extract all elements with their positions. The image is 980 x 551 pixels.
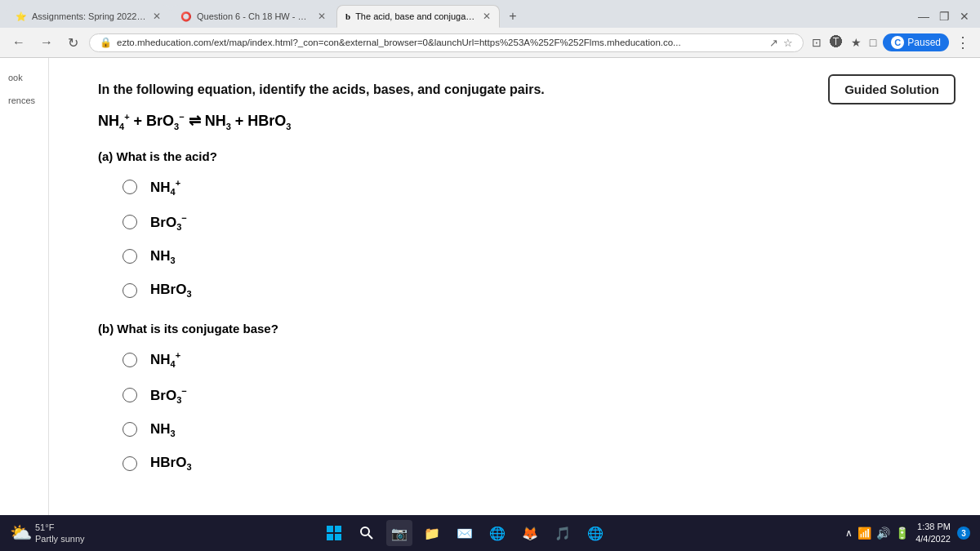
- tab-bar: ⭐ Assignments: Spring 2022 Seme… ✕ ⭕ Que…: [0, 0, 980, 28]
- part-b-option-1[interactable]: NH4+: [122, 350, 931, 369]
- firefox-taskbar-button[interactable]: 🦊: [517, 520, 543, 546]
- part-b-radio-4[interactable]: [122, 456, 137, 471]
- tab-icon-assignments: ⭐: [16, 11, 27, 22]
- part-b-radio-2[interactable]: [122, 388, 137, 402]
- part-a-text-3: NH3: [150, 248, 176, 265]
- part-a-option-4[interactable]: HBrO3: [122, 282, 931, 299]
- window-minimize[interactable]: —: [914, 8, 933, 24]
- menu-button[interactable]: ⋮: [954, 32, 972, 53]
- spotify-taskbar-button[interactable]: 🎵: [550, 520, 576, 546]
- tab-icon-question6: ⭕: [180, 11, 192, 22]
- refresh-button[interactable]: ↻: [64, 33, 82, 52]
- part-b-options: NH4+ BrO3− NH3 HBrO3: [122, 350, 931, 472]
- back-button[interactable]: ←: [8, 33, 29, 51]
- part-b-label: (b) What is its conjugate base?: [98, 322, 931, 335]
- chrome-taskbar-button[interactable]: 🌐: [582, 520, 608, 546]
- sidebar-label-book: ook: [8, 73, 23, 82]
- address-text: ezto.mheducation.com/ext/map/index.html?…: [117, 38, 764, 47]
- tab-label-assignments: Assignments: Spring 2022 Seme…: [32, 11, 146, 21]
- extensions-icon[interactable]: ⊡: [810, 34, 823, 51]
- part-b-text-1: NH4+: [150, 350, 180, 369]
- weather-desc: Partly sunny: [35, 533, 85, 544]
- tab-close-question6[interactable]: ✕: [318, 11, 326, 22]
- time-date[interactable]: 1:38 PM 4/4/2022: [915, 521, 951, 546]
- taskbar: ⛅ 51°F Partly sunny 📷 📁: [0, 515, 980, 551]
- new-tab-button[interactable]: +: [501, 5, 524, 28]
- search-taskbar-button[interactable]: [354, 520, 380, 546]
- address-bar[interactable]: 🔒 ezto.mheducation.com/ext/map/index.htm…: [89, 33, 804, 52]
- main-layout: ook rences Guided Solution In the follow…: [0, 58, 980, 515]
- weather-info: 51°F Partly sunny: [35, 522, 85, 545]
- part-a-text-1: NH4+: [150, 178, 180, 197]
- guided-solution-button[interactable]: Guided Solution: [828, 74, 956, 104]
- part-b-option-4[interactable]: HBrO3: [122, 455, 931, 472]
- edge-taskbar-button[interactable]: 🌐: [484, 520, 510, 546]
- tab-close-acid-base[interactable]: ✕: [483, 11, 491, 22]
- profile-icon[interactable]: 🅣: [828, 33, 844, 51]
- paused-c-icon: C: [891, 36, 904, 49]
- part-a-option-1[interactable]: NH4+: [122, 178, 931, 197]
- svg-rect-0: [327, 526, 333, 532]
- sys-tray: ∧ 📶 🔊 🔋: [845, 527, 909, 540]
- favorites-icon[interactable]: ★: [849, 34, 863, 51]
- mail-taskbar-button[interactable]: ✉️: [452, 520, 478, 546]
- sidebar: ook rences: [0, 58, 49, 515]
- volume-icon[interactable]: 🔊: [876, 527, 890, 540]
- part-a-radio-3[interactable]: [122, 249, 137, 264]
- nav-icons: ⊡ 🅣 ★ □ C Paused ⋮: [810, 32, 972, 53]
- window-restore[interactable]: ❐: [935, 8, 954, 24]
- share-icon[interactable]: ↗: [769, 37, 778, 49]
- part-b-option-3[interactable]: NH3: [122, 421, 931, 438]
- start-button[interactable]: [321, 520, 347, 546]
- svg-line-5: [368, 535, 372, 539]
- question-area: Guided Solution In the following equatio…: [49, 58, 980, 515]
- svg-point-4: [361, 527, 369, 535]
- notification-badge[interactable]: 3: [957, 527, 970, 540]
- taskbar-center: 📷 📁 ✉️ 🌐 🦊 🎵 🌐: [321, 520, 608, 546]
- part-a-text-2: BrO3−: [150, 213, 187, 232]
- part-a-radio-2[interactable]: [122, 215, 137, 229]
- current-date: 4/4/2022: [915, 533, 951, 545]
- weather-temp: 51°F: [35, 522, 54, 533]
- part-b-radio-1[interactable]: [122, 353, 137, 367]
- part-a-option-2[interactable]: BrO3−: [122, 213, 931, 232]
- battery-icon[interactable]: 🔋: [895, 527, 909, 540]
- svg-rect-2: [327, 534, 333, 540]
- tab-icon-acid-base: b: [345, 11, 350, 21]
- part-b-text-4: HBrO3: [150, 455, 192, 472]
- wifi-icon[interactable]: 📶: [858, 527, 871, 540]
- tab-label-acid-base: The acid, base and conjugate ac…: [355, 11, 476, 21]
- taskbar-left: ⛅ 51°F Partly sunny: [10, 522, 85, 545]
- nav-bar: ← → ↻ 🔒 ezto.mheducation.com/ext/map/ind…: [0, 28, 980, 57]
- part-a-option-3[interactable]: NH3: [122, 248, 931, 265]
- tab-acid-base[interactable]: b The acid, base and conjugate ac… ✕: [336, 5, 500, 28]
- part-a-radio-1[interactable]: [122, 180, 137, 194]
- lock-icon: 🔒: [100, 37, 112, 48]
- video-taskbar-button[interactable]: 📷: [386, 520, 412, 546]
- taskbar-right: ∧ 📶 🔊 🔋 1:38 PM 4/4/2022 3: [845, 521, 970, 546]
- sidebar-item-references[interactable]: rences: [0, 89, 48, 112]
- files-taskbar-button[interactable]: 📁: [419, 520, 445, 546]
- part-a-label: (a) What is the acid?: [98, 149, 931, 163]
- part-b-radio-3[interactable]: [122, 422, 137, 437]
- tab-assignments[interactable]: ⭐ Assignments: Spring 2022 Seme… ✕: [7, 5, 170, 28]
- collections-icon[interactable]: □: [868, 34, 878, 51]
- part-a-radio-4[interactable]: [122, 283, 137, 298]
- tab-label-question6: Question 6 - Ch 18 HW - Conne…: [197, 11, 311, 21]
- weather-icon: ⛅: [10, 522, 32, 544]
- question-instruction: In the following equation, identify the …: [98, 82, 931, 97]
- forward-button[interactable]: →: [36, 33, 57, 51]
- part-a-options: NH4+ BrO3− NH3 HBrO3: [122, 178, 931, 300]
- window-close[interactable]: ✕: [956, 8, 973, 24]
- tab-close-assignments[interactable]: ✕: [153, 11, 161, 22]
- tab-question6[interactable]: ⭕ Question 6 - Ch 18 HW - Conne… ✕: [172, 5, 335, 28]
- paused-button[interactable]: C Paused: [883, 33, 949, 51]
- sidebar-item-book[interactable]: ook: [0, 66, 48, 89]
- svg-rect-1: [335, 526, 341, 532]
- svg-rect-3: [335, 534, 341, 540]
- tray-chevron[interactable]: ∧: [845, 527, 853, 539]
- part-b-text-3: NH3: [150, 421, 176, 438]
- equation: NH4+ + BrO3− ⇌ NH3 + HBrO3: [98, 112, 931, 131]
- bookmark-icon[interactable]: ☆: [783, 37, 793, 49]
- part-b-option-2[interactable]: BrO3−: [122, 386, 931, 405]
